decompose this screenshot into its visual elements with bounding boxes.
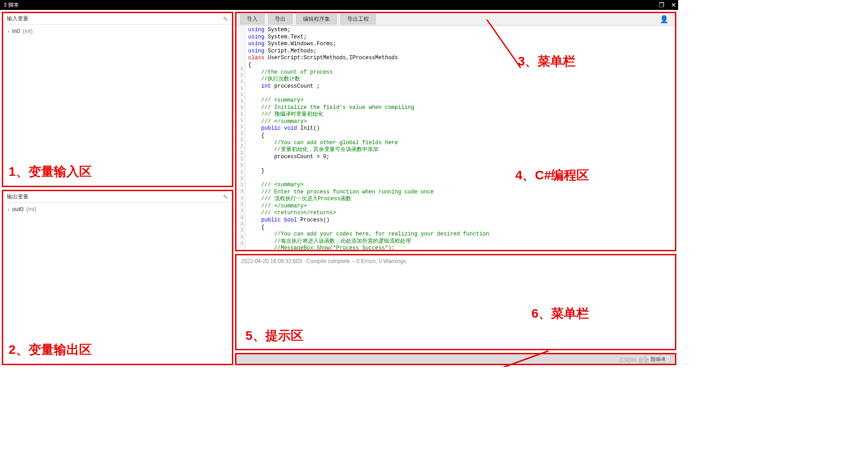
code-editor-panel: 导入 导出 编辑程序集 导出工程 👤 1 1 1 1 1 1 1 1 1 1 2… [235,12,676,251]
input-variables-panel: 输入变量 ✎ › in0 (int) 1、变量输入区 [2,12,233,187]
variable-type: (int) [23,28,33,34]
input-panel-title: 输入变量 [7,15,28,23]
pencil-icon[interactable]: ✎ [223,15,228,23]
variable-row[interactable]: › in0 (int) [3,25,232,37]
chevron-right-icon: › [8,28,9,34]
code-area[interactable]: 1 1 1 1 1 1 1 1 1 1 2 2 2 2 2 2 2 2 2 3 … [236,26,675,250]
output-variables-panel: 输出变量 ✎ › out0 (int) 2、变量输出区 [2,190,233,365]
annotation-1: 1、变量输入区 [9,163,92,180]
menu-edit-assembly-button[interactable]: 编辑程序集 [296,14,337,24]
console-output-panel: 2022-04-20 16:09:32:603 : Compile comple… [235,254,676,350]
user-icon[interactable]: 👤 [660,15,669,24]
variable-name: in0 [12,28,20,34]
chevron-right-icon: › [8,207,9,212]
menu-import-button[interactable]: 导入 [240,14,264,24]
annotation-5: 5、提示区 [245,327,303,344]
bottom-menubar: 预编译 [235,353,676,365]
output-panel-title: 输出变量 [7,193,28,201]
annotation-6: 6、菜单栏 [531,305,589,322]
window-controls: ❐ ✕ [659,1,676,9]
close-icon[interactable]: ✕ [671,1,676,9]
variable-name: out0 [12,206,24,212]
annotation-2: 2、变量输出区 [9,341,92,358]
console-message: 2022-04-20 16:09:32:603 : Compile comple… [236,255,675,267]
window-titlebar: 3 脚本 ❐ ✕ [0,0,678,10]
menu-export-project-button[interactable]: 导出工程 [340,14,376,24]
variable-type: (int) [26,206,36,212]
code-body[interactable]: using System; using System.Text; using S… [245,26,675,250]
window-title: 3 脚本 [4,1,19,9]
menu-export-button[interactable]: 导出 [268,14,292,24]
restore-icon[interactable]: ❐ [659,1,665,9]
pencil-icon[interactable]: ✎ [223,193,228,201]
variable-row[interactable]: › out0 (int) [3,203,232,215]
menubar: 导入 导出 编辑程序集 导出工程 👤 [236,13,675,26]
line-gutter: 1 1 1 1 1 1 1 1 1 1 2 2 2 2 2 2 2 2 2 3 … [236,26,245,250]
precompile-button[interactable]: 预编译 [646,355,670,363]
